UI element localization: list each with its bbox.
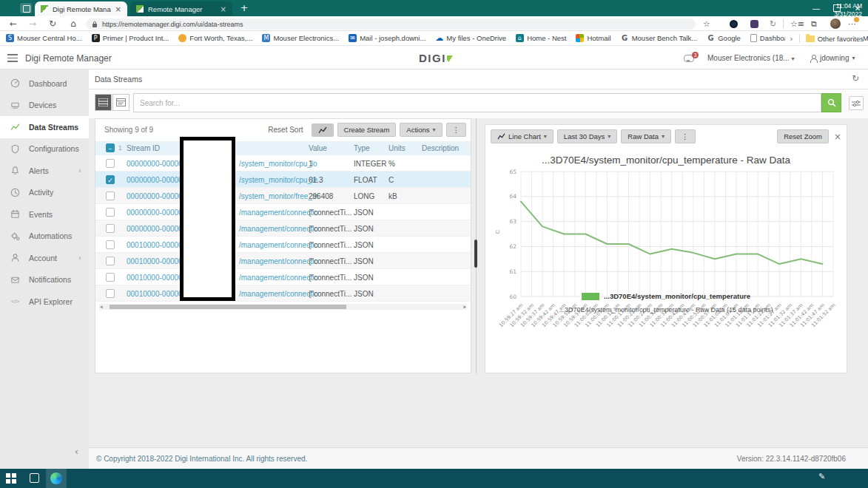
- browser-menu-icon[interactable]: ⋯: [848, 19, 856, 29]
- row-checkbox[interactable]: [106, 159, 115, 168]
- search-button[interactable]: [821, 93, 841, 112]
- table-row[interactable]: 00000000-00000000/management/connectio{"…: [95, 220, 471, 237]
- view-toggle-detail[interactable]: [112, 94, 129, 111]
- chart-type-dropdown[interactable]: Line Chart▾: [491, 129, 554, 143]
- column-header-value[interactable]: Value: [309, 144, 327, 152]
- window-minimize-button[interactable]: —: [806, 0, 827, 16]
- table-row[interactable]: 00000000-00000000/management/connectio{"…: [95, 204, 471, 220]
- stream-id-link[interactable]: /system_monitor/cpu_te: [239, 176, 317, 184]
- chart-view-button[interactable]: [312, 123, 334, 137]
- sidebar-item-configurations[interactable]: Configurations: [0, 138, 89, 160]
- actions-button[interactable]: Actions▾: [400, 123, 442, 137]
- scroll-right-arrow[interactable]: ▸: [463, 304, 466, 310]
- sidebar-item-account[interactable]: Account‹: [0, 247, 89, 269]
- filter-button[interactable]: [849, 96, 864, 110]
- extension-icon[interactable]: [750, 20, 758, 28]
- stream-id-link[interactable]: /management/connectio: [239, 290, 318, 298]
- chart-close-icon[interactable]: ×: [834, 132, 841, 142]
- favorites-icon[interactable]: ☆≡: [790, 19, 804, 29]
- browser-tab-active[interactable]: Digi Remote Manager ×: [35, 1, 127, 16]
- organization-selector[interactable]: Mouser Electronics (18... ▾: [707, 54, 794, 62]
- time-range-dropdown[interactable]: Last 30 Days▾: [557, 129, 617, 143]
- stream-id-link[interactable]: /system_monitor/free_m: [239, 192, 318, 200]
- sidebar-item-automations[interactable]: Automations: [0, 226, 89, 248]
- sidebar-item-activity[interactable]: Activity: [0, 182, 89, 204]
- panel-divider-handle[interactable]: [474, 240, 477, 268]
- sidebar-item-data-streams[interactable]: Data Streams: [0, 116, 89, 138]
- page-refresh-icon[interactable]: ↻: [852, 73, 859, 84]
- sidebar-item-notifications[interactable]: Notifications: [0, 269, 89, 291]
- hamburger-menu-icon[interactable]: [7, 54, 18, 62]
- table-row[interactable]: 00010000-00000000/management/connectio{"…: [95, 253, 471, 269]
- chevron-left-icon[interactable]: ‹: [78, 166, 81, 174]
- row-checkbox[interactable]: [106, 273, 115, 282]
- stream-id-link[interactable]: /system_monitor/cpu_lo: [239, 160, 317, 168]
- table-row[interactable]: 00010000-00000000/management/connectio{"…: [95, 269, 471, 285]
- row-checkbox[interactable]: [106, 224, 115, 233]
- sidebar-item-alerts[interactable]: Alerts‹: [0, 160, 89, 182]
- sidebar-item-api-explorer[interactable]: </>API Explorer: [0, 291, 89, 313]
- table-row[interactable]: 00010000-00000000/management/connectio{"…: [95, 285, 471, 302]
- url-field[interactable]: https://remotemanager.digi.com/ui/data-s…: [86, 18, 696, 30]
- data-mode-dropdown[interactable]: Raw Data▾: [621, 129, 671, 143]
- profile-avatar[interactable]: [830, 18, 841, 29]
- sidebar-collapse-chevron[interactable]: ‹: [75, 446, 78, 457]
- start-button[interactable]: [6, 473, 16, 484]
- row-checkbox[interactable]: [106, 240, 115, 249]
- bookmark-item[interactable]: ☁My files - OneDrive: [435, 34, 506, 42]
- column-header-type[interactable]: Type: [354, 144, 370, 152]
- reset-sort-link[interactable]: Reset Sort: [268, 126, 303, 134]
- browser-tab-inactive[interactable]: Remote Manager ×: [130, 1, 232, 16]
- new-tab-button[interactable]: +: [238, 2, 250, 13]
- column-header-units[interactable]: Units: [388, 144, 406, 152]
- stream-id-link[interactable]: /management/connectio: [239, 257, 318, 265]
- sidebar-item-dashboard[interactable]: Dashboard: [0, 72, 89, 95]
- bookmark-item[interactable]: GMouser Bench Talk...: [621, 34, 698, 42]
- row-checkbox[interactable]: ✓: [106, 175, 115, 184]
- search-input[interactable]: [133, 93, 821, 112]
- bookmark-item[interactable]: Hotmail: [576, 34, 610, 42]
- bookmark-item[interactable]: PPrimer | Product Int...: [92, 34, 169, 42]
- tab-close-icon[interactable]: ×: [115, 5, 121, 13]
- refresh-button[interactable]: ↻: [47, 18, 58, 29]
- sidebar-item-devices[interactable]: Devices: [0, 95, 89, 117]
- row-checkbox[interactable]: [106, 208, 115, 217]
- stream-id-link[interactable]: /management/connectio: [239, 225, 318, 233]
- user-menu[interactable]: jdowning▾: [810, 54, 855, 62]
- other-favorites-button[interactable]: Other favorites: [806, 35, 864, 43]
- reset-zoom-button[interactable]: Reset Zoom: [777, 129, 829, 143]
- table-row[interactable]: 00010000-00000000/management/connectio{"…: [95, 237, 471, 253]
- row-checkbox[interactable]: [106, 289, 115, 298]
- extension-icon[interactable]: [730, 20, 738, 28]
- column-header-description[interactable]: Description: [422, 144, 459, 152]
- bookmark-item[interactable]: Fort Worth, Texas,...: [178, 34, 252, 42]
- bookmark-item[interactable]: ✉Mail - joseph.downi...: [349, 34, 425, 42]
- bookmark-star-icon[interactable]: ☆: [703, 19, 710, 29]
- windows-ink-icon[interactable]: ✎: [818, 472, 825, 481]
- tab-close-icon[interactable]: ×: [221, 5, 226, 13]
- row-checkbox[interactable]: [106, 192, 115, 200]
- cpu-temperature-line-chart[interactable]: 10:59:27 am10:59:32 am10:59:37 am10:59:4…: [488, 168, 845, 329]
- back-button[interactable]: ←: [7, 18, 19, 29]
- taskbar-clock[interactable]: 11:04 AM 3/31/2022: [834, 2, 862, 18]
- stream-id-link[interactable]: /management/connectio: [239, 274, 318, 282]
- tab-workspaces-icon[interactable]: [20, 3, 32, 13]
- table-row[interactable]: ✓00000000-00000000/system_monitor/cpu_te…: [95, 172, 471, 188]
- scroll-left-arrow[interactable]: ◂: [100, 304, 103, 310]
- bookmark-item[interactable]: ⌂Home - Nest: [516, 34, 566, 42]
- task-view-button[interactable]: [30, 473, 39, 483]
- stream-id-link[interactable]: /management/connectio: [239, 241, 318, 249]
- horizontal-scrollbar[interactable]: ◂ ▸: [99, 304, 467, 310]
- scrollbar-thumb[interactable]: [110, 305, 346, 309]
- table-row[interactable]: 00000000-00000000/system_monitor/cpu_lo1…: [95, 155, 471, 172]
- bookmark-item[interactable]: MMouser Electronics...: [262, 34, 339, 42]
- chart-kebab-button[interactable]: ⋮: [675, 129, 696, 143]
- view-toggle-table[interactable]: [95, 94, 112, 111]
- create-stream-button[interactable]: Create Stream: [337, 123, 397, 137]
- collections-icon[interactable]: ⧉: [811, 19, 817, 29]
- column-header-stream-id[interactable]: Stream ID: [127, 144, 160, 152]
- bookmark-item[interactable]: SMouser Central Ho...: [6, 34, 82, 42]
- home-button[interactable]: ⌂: [67, 18, 79, 29]
- row-checkbox[interactable]: [106, 257, 115, 265]
- bookmark-item[interactable]: GGoogle: [707, 34, 741, 42]
